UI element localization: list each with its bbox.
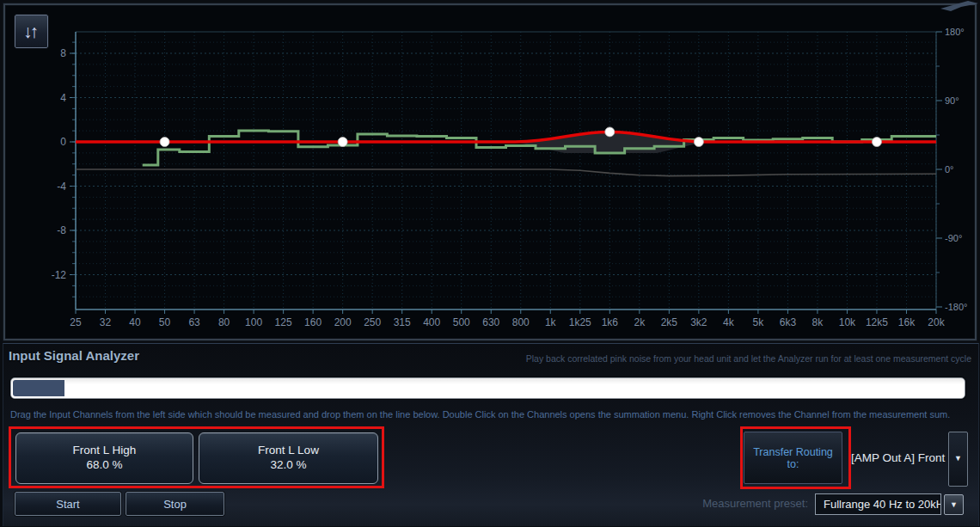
panel-title: Input Signal Analyzer	[9, 348, 139, 363]
x-label: 5k	[753, 316, 765, 328]
y-right-label: -180°	[945, 302, 967, 312]
input-channel-chip-front-l-low[interactable]: Front L Low 32.0 %	[199, 432, 378, 484]
measurement-preset-label: Measurement preset:	[674, 497, 808, 510]
analyzer-curve	[143, 131, 936, 165]
x-label: 100	[245, 316, 262, 328]
x-label: 500	[453, 316, 470, 328]
y-left-label: -8	[57, 224, 66, 236]
x-label: 1k	[545, 316, 557, 328]
y-left-label: 8	[60, 47, 66, 59]
x-label: 32	[100, 316, 112, 328]
x-label: 40	[129, 316, 141, 328]
app-window: 840-4-8-12253240506380100125160200250315…	[0, 0, 980, 527]
measurement-preset-dropdown[interactable]: Fullrange 40 Hz to 20kHz	[815, 493, 941, 515]
routing-target-value: [AMP Out A] Front L H	[846, 432, 948, 485]
x-label: 630	[482, 316, 499, 328]
x-label: 400	[423, 316, 440, 328]
cursor-artifact	[939, 0, 980, 12]
eq-control-point[interactable]	[605, 127, 615, 137]
stop-button[interactable]: Stop	[126, 492, 224, 516]
x-label: 2k5	[661, 316, 678, 328]
y-left-label: -12	[52, 269, 67, 281]
x-label: 1k6	[602, 316, 619, 328]
eq-control-point[interactable]	[338, 138, 347, 147]
x-label: 12k5	[866, 316, 888, 328]
x-label: 125	[275, 316, 292, 328]
y-left-label: -4	[57, 181, 66, 193]
start-button[interactable]: Start	[15, 492, 121, 516]
eq-control-point[interactable]	[694, 138, 703, 147]
frequency-response-chart[interactable]: 840-4-8-12253240506380100125160200250315…	[3, 3, 977, 340]
sort-updown-icon: ↓↑	[23, 21, 36, 41]
panel-hint: Play back correlated pink noise from you…	[526, 353, 971, 364]
x-label: 4k	[723, 316, 735, 328]
y-right-label: 180°	[945, 27, 965, 37]
routing-dropdown-button[interactable]: ▼	[948, 432, 968, 487]
y-right-label: -90°	[945, 233, 962, 243]
channel-percent: 32.0 %	[199, 458, 377, 471]
input-channel-chip-front-l-high[interactable]: Front L High 68.0 %	[15, 432, 193, 484]
routing-target-dropdown[interactable]: [AMP Out A] Front L H ▼	[846, 432, 968, 485]
channel-percent: 68.0 %	[16, 458, 193, 471]
x-label: 6k3	[780, 316, 797, 328]
y-left-label: 0	[60, 136, 66, 148]
x-label: 800	[512, 316, 530, 328]
x-label: 80	[218, 316, 230, 328]
progress-fill	[13, 380, 64, 396]
chevron-down-icon: ▼	[954, 454, 962, 463]
y-right-label: 90°	[945, 95, 959, 106]
channel-name: Front L Low	[199, 444, 377, 457]
x-label: 2k	[634, 316, 646, 328]
x-label: 16k	[898, 316, 916, 328]
x-label: 3k2	[690, 316, 707, 328]
x-label: 250	[364, 316, 381, 328]
chevron-down-icon: ▼	[950, 500, 958, 509]
channel-name: Front L High	[16, 444, 193, 457]
x-label: 25	[70, 316, 82, 328]
y-left-label: 4	[60, 92, 66, 104]
sort-toggle-button[interactable]: ↓↑	[15, 15, 48, 48]
x-label: 315	[394, 316, 411, 328]
x-label: 1k25	[569, 316, 591, 328]
transfer-routing-button[interactable]: Transfer Routing to:	[744, 432, 842, 484]
x-label: 8k	[812, 316, 824, 328]
x-label: 10k	[839, 316, 856, 328]
y-right-label: 0°	[945, 164, 954, 175]
input-signal-analyzer-panel: Input Signal Analyzer Play back correlat…	[3, 343, 979, 526]
graph-panel: 840-4-8-12253240506380100125160200250315…	[3, 3, 977, 340]
eq-control-point[interactable]	[160, 138, 169, 147]
x-label: 20k	[928, 316, 945, 328]
x-label: 200	[334, 316, 352, 328]
x-label: 63	[188, 316, 200, 328]
preset-dropdown-button[interactable]: ▼	[944, 494, 964, 515]
x-label: 160	[304, 316, 322, 328]
measurement-progress-bar	[10, 377, 965, 399]
drop-instruction: Drag the Input Channels from the left si…	[10, 409, 950, 420]
eq-control-point[interactable]	[872, 138, 881, 147]
x-label: 50	[159, 316, 171, 328]
